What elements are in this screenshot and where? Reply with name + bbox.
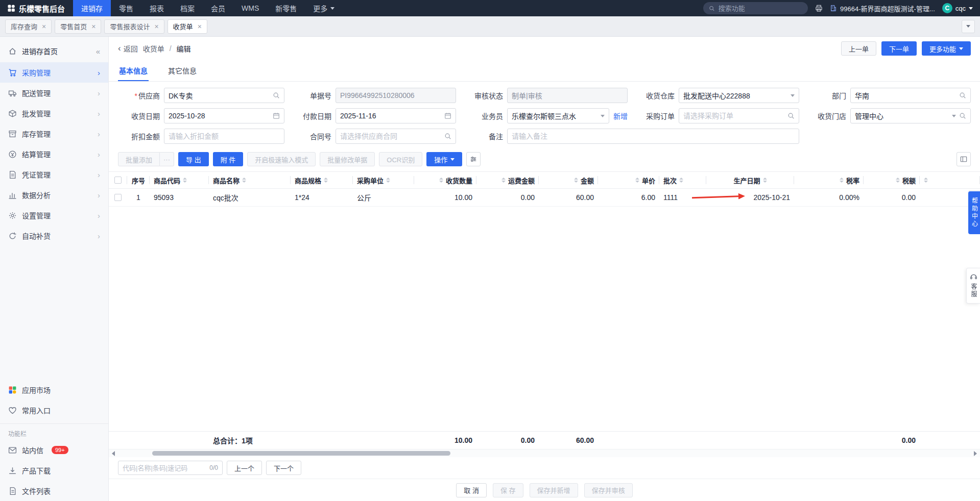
col-header-batch[interactable]: 批次 [659, 172, 706, 188]
prev-match-button[interactable]: 上一个 [227, 461, 262, 475]
receive-store-input[interactable] [855, 112, 949, 120]
warehouse-input[interactable] [683, 91, 787, 99]
col-header-seq[interactable]: 序号 [127, 172, 150, 188]
sidebar-item-delivery-mgmt[interactable]: 配送管理 [0, 83, 108, 103]
receive-date-input[interactable] [169, 112, 270, 120]
close-icon[interactable] [91, 23, 95, 30]
sidebar-item-purchase-mgmt[interactable]: 采购管理 [0, 62, 108, 83]
sidebar-item-inventory-mgmt[interactable]: 库存管理 [0, 123, 108, 144]
batch-add-more-button[interactable]: ··· [160, 152, 174, 166]
sidebar-item-settings-mgmt[interactable]: 设置管理 [0, 205, 108, 226]
batch-add-button[interactable]: 批量添加 [118, 152, 160, 166]
search-icon[interactable] [273, 92, 280, 99]
close-icon[interactable] [42, 23, 46, 30]
global-search[interactable] [703, 2, 808, 14]
scrollbar-thumb[interactable] [152, 451, 451, 456]
select-all-checkbox[interactable] [114, 177, 122, 184]
chevron-down-icon[interactable] [601, 115, 605, 117]
search-icon[interactable] [959, 112, 966, 119]
save-and-new-button[interactable]: 保存并新增 [530, 483, 578, 497]
breadcrumb-parent[interactable]: 收货单 [143, 43, 164, 54]
discount-input[interactable] [169, 132, 280, 140]
scroll-left-button[interactable] [109, 449, 118, 457]
quick-search-input[interactable] [123, 464, 206, 472]
col-header-price[interactable]: 单价 [598, 172, 659, 188]
sidebar-item-data-analysis[interactable]: 数据分析 [0, 185, 108, 205]
nav-item-more[interactable]: 更多 [305, 0, 343, 16]
nav-item-wms[interactable]: WMS [233, 0, 267, 16]
print-icon[interactable] [815, 5, 823, 12]
sidebar-item-favorites[interactable]: 常用入口 [0, 400, 108, 420]
prev-doc-button[interactable]: 上一单 [841, 41, 876, 56]
layout-toggle-button[interactable] [957, 152, 971, 166]
help-center-widget[interactable]: 帮助中心 [968, 191, 980, 234]
table-row[interactable]: 1 95093 cqc批次 1*24 公斤 10.00 0.00 60.00 6… [109, 189, 980, 207]
add-salesman-link[interactable]: 新增 [613, 111, 628, 121]
sidebar-home[interactable]: 进销存首页 [0, 40, 108, 62]
col-header-receive-qty[interactable]: 收货数量 [414, 172, 476, 188]
sidebar-collapse-icon[interactable] [96, 47, 100, 56]
speed-input-mode-button[interactable]: 开启极速输入模式 [247, 152, 316, 166]
col-header-product-code[interactable]: 商品代码 [150, 172, 209, 188]
sidebar-item-wholesale-mgmt[interactable]: 批发管理 [0, 103, 108, 123]
sidebar-item-app-market[interactable]: 应用市场 [0, 380, 108, 400]
tab-receipt-note[interactable]: 收货单 [168, 19, 207, 34]
global-search-input[interactable] [719, 5, 802, 12]
operate-button[interactable]: 操作 [426, 152, 462, 166]
col-header-tax-rate[interactable]: 税率 [794, 172, 864, 188]
contract-no-input[interactable] [340, 132, 441, 140]
salesman-input[interactable] [512, 112, 597, 120]
sidebar-item-file-list[interactable]: 文件列表 [0, 481, 108, 501]
back-button[interactable]: 返回 [118, 43, 138, 54]
tab-retail-report-design[interactable]: 零售报表设计 [104, 19, 164, 34]
scroll-right-button[interactable] [971, 449, 980, 457]
pay-date-input[interactable] [340, 112, 441, 120]
supplier-input[interactable] [169, 91, 270, 99]
save-and-audit-button[interactable]: 保存并审核 [584, 483, 633, 497]
sidebar-item-inbox[interactable]: 站内信 99+ [0, 440, 108, 460]
tab-list-expand-button[interactable] [962, 20, 975, 33]
tab-inventory-query[interactable]: 库存查询 [5, 19, 52, 34]
next-doc-button[interactable]: 下一单 [881, 41, 917, 56]
department-input[interactable] [855, 91, 956, 99]
sidebar-item-voucher-mgmt[interactable]: 凭证管理 [0, 164, 108, 185]
nav-item-members[interactable]: 会员 [203, 0, 233, 16]
sidebar-item-product-download[interactable]: 产品下载 [0, 460, 108, 481]
chevron-down-icon[interactable] [952, 115, 956, 117]
tab-basic-info[interactable]: 基本信息 [118, 60, 149, 81]
nav-item-purchase-sale-stock[interactable]: 进销存 [73, 0, 111, 16]
close-icon[interactable] [154, 23, 158, 30]
row-checkbox[interactable] [114, 194, 122, 201]
batch-edit-button[interactable]: 批量修改单据 [320, 152, 375, 166]
sidebar-item-settlement-mgmt[interactable]: 结算管理 [0, 144, 108, 164]
tab-other-info[interactable]: 其它信息 [167, 60, 198, 81]
more-functions-button[interactable]: 更多功能 [922, 41, 971, 56]
save-button[interactable]: 保 存 [493, 483, 523, 497]
current-store[interactable]: 99664-新界面商超版测试-管理... [830, 4, 935, 13]
customer-service-widget[interactable]: 客服 [966, 268, 980, 304]
nav-item-retail[interactable]: 零售 [111, 0, 141, 16]
sidebar-item-auto-replenish[interactable]: 自动补货 [0, 226, 108, 246]
remark-input[interactable] [512, 132, 795, 140]
col-header-spec[interactable]: 商品规格 [291, 172, 353, 188]
nav-item-reports[interactable]: 报表 [141, 0, 172, 16]
attachment-button[interactable]: 附 件 [213, 152, 244, 166]
calendar-icon[interactable] [273, 112, 280, 119]
col-header-freight[interactable]: 运费金额 [476, 172, 539, 188]
close-icon[interactable] [198, 23, 202, 30]
calendar-icon[interactable] [444, 112, 451, 119]
nav-item-new-retail[interactable]: 新零售 [267, 0, 305, 16]
col-header-amount[interactable]: 金额 [539, 172, 598, 188]
col-header-product-name[interactable]: 商品名称 [209, 172, 291, 188]
user-menu[interactable]: C cqc [942, 3, 973, 13]
col-header-prod-date[interactable]: 生产日期 [706, 172, 794, 188]
export-button[interactable]: 导 出 [178, 152, 209, 166]
next-match-button[interactable]: 下一个 [266, 461, 301, 475]
search-icon[interactable] [787, 112, 795, 119]
col-header-tax[interactable]: 税额 [864, 172, 920, 188]
cancel-button[interactable]: 取 消 [456, 483, 487, 497]
display-settings-button[interactable] [466, 152, 481, 166]
nav-item-archives[interactable]: 档案 [172, 0, 203, 16]
scrollbar-track[interactable] [118, 449, 971, 457]
purchase-order-input[interactable] [683, 112, 784, 120]
